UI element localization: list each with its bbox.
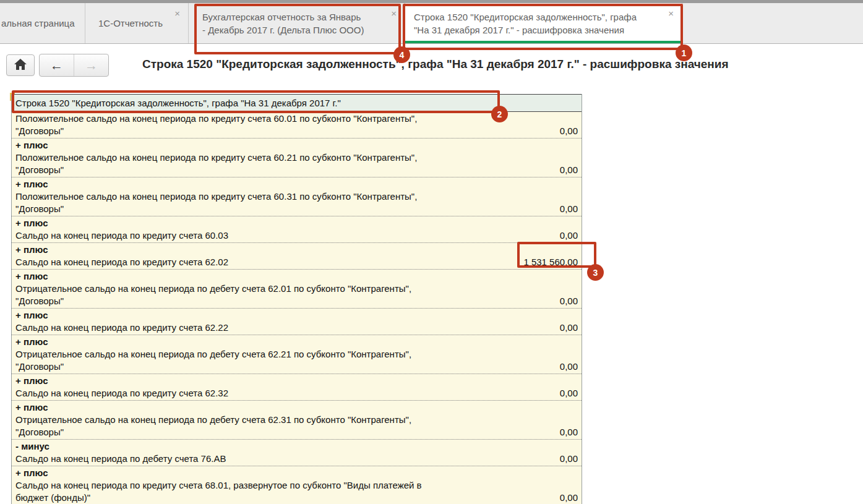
row-operator: + плюс: [15, 336, 578, 348]
row-operator: - минус: [15, 440, 578, 453]
row-value: 0,00: [560, 295, 578, 307]
tab-1[interactable]: 1С-Отчетность×: [85, 3, 189, 43]
breakdown-rows: Положительное сальдо на конец периода по…: [12, 112, 582, 504]
row-value: 0,00: [560, 229, 578, 242]
row-description: "Договоры": [15, 361, 64, 373]
row-operator: + плюс: [15, 375, 578, 387]
row-operator: + плюс: [15, 270, 578, 283]
row-value: 1 531 560,00: [523, 256, 578, 268]
row-description: Сальдо на конец периода по кредиту счета…: [15, 479, 578, 492]
table-row[interactable]: + плюсПоложительное сальдо на конец пери…: [12, 139, 582, 177]
row-value: 0,00: [560, 492, 578, 504]
row-value: 0,00: [560, 203, 578, 215]
breakdown-table: Строка 1520 "Кредиторская задолженность"…: [11, 94, 582, 504]
row-description: Отрицательное сальдо на конец периода по…: [15, 348, 578, 361]
arrow-left-icon: ←: [50, 58, 63, 73]
table-row[interactable]: + плюсСальдо на конец периода по кредиту…: [12, 243, 582, 270]
tab-label: Строка 1520 "Кредиторская задолженность"…: [414, 11, 682, 36]
table-row[interactable]: Положительное сальдо на конец периода по…: [12, 112, 582, 139]
row-description: Положительное сальдо на конец периода по…: [15, 152, 578, 164]
close-icon[interactable]: ×: [391, 9, 397, 18]
row-operator: + плюс: [15, 178, 578, 190]
back-button[interactable]: ←: [40, 54, 74, 76]
row-description: Положительное сальдо на конец периода по…: [15, 190, 578, 203]
table-header-cell[interactable]: Строка 1520 "Кредиторская задолженность"…: [12, 94, 582, 112]
tab-bar: альная страница1С-Отчетность×Бухгалтерск…: [0, 0, 863, 44]
forward-button[interactable]: →: [74, 54, 108, 76]
table-row[interactable]: + плюсСальдо на конец периода по кредиту…: [12, 374, 582, 401]
row-operator: + плюс: [15, 139, 578, 152]
row-operator: + плюс: [15, 467, 578, 479]
home-button[interactable]: [6, 54, 35, 76]
close-icon[interactable]: ×: [668, 9, 674, 18]
annotation-badge-3: 3: [587, 264, 604, 281]
row-description: Сальдо на конец периода по кредиту счета…: [15, 387, 228, 399]
row-description: бюджет (фонды)": [15, 492, 90, 504]
row-value: 0,00: [560, 125, 578, 137]
row-description: Сальдо на конец периода по дебету счета …: [15, 453, 226, 465]
table-row[interactable]: - минусСальдо на конец периода по дебету…: [12, 440, 582, 466]
history-nav-group: ← →: [39, 54, 109, 77]
arrow-right-icon: →: [85, 58, 98, 73]
row-operator: + плюс: [15, 244, 578, 256]
row-value: 0,00: [560, 322, 578, 334]
row-description: Сальдо на конец периода по кредиту счета…: [15, 229, 228, 242]
row-description: Положительное сальдо на конец периода по…: [15, 113, 578, 125]
row-value: 0,00: [560, 361, 578, 373]
table-row[interactable]: + плюсОтрицательное сальдо на конец пери…: [12, 335, 582, 374]
row-description: Отрицательное сальдо на конец периода по…: [15, 414, 578, 426]
row-description: Сальдо на конец периода по кредиту счета…: [15, 256, 228, 268]
row-operator: + плюс: [15, 217, 578, 229]
table-row[interactable]: + плюсПоложительное сальдо на конец пери…: [12, 177, 582, 216]
row-description: Отрицательное сальдо на конец периода по…: [15, 283, 578, 295]
row-description: "Договоры": [15, 295, 64, 307]
row-value: 0,00: [560, 426, 578, 438]
table-row[interactable]: + плюсСальдо на конец периода по кредиту…: [12, 216, 582, 243]
row-value: 0,00: [560, 164, 578, 176]
row-operator: + плюс: [15, 309, 578, 322]
app-window: альная страница1С-Отчетность×Бухгалтерск…: [0, 0, 863, 504]
active-tab-indicator: [405, 41, 682, 43]
tab-bar-rest: [682, 3, 863, 43]
row-description: Сальдо на конец периода по кредиту счета…: [15, 322, 228, 334]
table-row[interactable]: + плюсОтрицательное сальдо на конец пери…: [12, 270, 582, 309]
row-description: "Договоры": [15, 125, 64, 137]
tab-label: альная страница: [1, 17, 85, 30]
tab-label: Бухгалтерская отчетность за Январь- Дека…: [202, 11, 405, 36]
table-row[interactable]: + плюсСальдо на конец периода по кредиту…: [12, 466, 582, 504]
close-icon[interactable]: ×: [174, 9, 180, 18]
tab-label: 1С-Отчетность: [98, 17, 188, 30]
tab-3[interactable]: Строка 1520 "Кредиторская задолженность"…: [405, 3, 682, 43]
row-operator: + плюс: [15, 401, 578, 414]
row-value: 0,00: [560, 453, 578, 465]
table-row[interactable]: + плюсОтрицательное сальдо на конец пери…: [12, 401, 582, 440]
tab-2[interactable]: Бухгалтерская отчетность за Январь- Дека…: [189, 3, 405, 43]
home-icon: [14, 59, 27, 72]
tab-0[interactable]: альная страница: [0, 3, 85, 43]
row-description: "Договоры": [15, 426, 64, 438]
row-description: "Договоры": [15, 203, 64, 215]
table-row[interactable]: + плюсСальдо на конец периода по кредиту…: [12, 309, 582, 335]
page-title: Строка 1520 "Кредиторская задолженность"…: [142, 58, 729, 71]
row-description: "Договоры": [15, 164, 64, 176]
row-value: 0,00: [560, 387, 578, 399]
